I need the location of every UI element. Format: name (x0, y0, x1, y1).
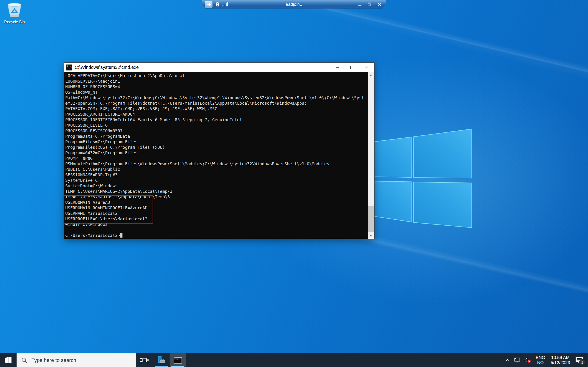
rdp-close-button[interactable] (377, 2, 382, 7)
minimize-icon (358, 2, 362, 6)
console-line: em32\OpenSSH\;C:\Program Files\dotnet\;C… (65, 100, 368, 106)
tray-clock[interactable]: 10:59 AM 5/12/2023 (548, 355, 573, 365)
tray-volume-button[interactable] (522, 353, 533, 367)
console-scrollbar[interactable] (368, 72, 374, 239)
console-line: ProgramW6432=C:\Program Files (65, 150, 368, 156)
tray-language-indicator[interactable]: ENG NO (533, 355, 548, 365)
chevron-up-icon (506, 359, 510, 361)
cmd-window-title: C:\Windows\system32\cmd.exe (75, 65, 139, 70)
console-cursor (120, 233, 122, 238)
console-line: PROCESSOR_IDENTIFIER=Intel64 Family 6 Mo… (65, 117, 368, 123)
task-view-button[interactable] (136, 353, 153, 367)
command-prompt-icon: C:\ (173, 357, 182, 364)
start-button[interactable] (0, 353, 17, 367)
windows-start-icon (5, 357, 12, 364)
notification-badge: 1 (579, 359, 585, 365)
console-line: PROMPT=$P$G (65, 156, 368, 161)
console-line: Path=C:\Windows\system32;C:\Windows;C:\W… (65, 95, 368, 100)
rdp-minimize-button[interactable] (357, 2, 363, 7)
cmd-close-button[interactable] (360, 63, 374, 72)
console-line (65, 227, 368, 233)
network-icon (514, 357, 521, 363)
console-line: PATHEXT=.COM;.EXE;.BAT;.CMD;.VBS;.VBE;.J… (65, 106, 368, 112)
clock-date: 5/12/2023 (551, 360, 570, 365)
console-line: PROCESSOR_REVISION=5507 (65, 128, 368, 133)
minimize-icon (336, 65, 340, 70)
scrollbar-thumb[interactable] (368, 206, 374, 232)
console-line: ProgramData=C:\ProgramData (65, 133, 368, 139)
recycle-bin-icon (6, 3, 23, 18)
console-line: TEMP=C:\Users\MARIUS~2\AppData\Local\Tem… (65, 189, 368, 194)
taskbar-search-input[interactable]: Type here to search (17, 353, 136, 367)
language-line1: ENG (536, 355, 545, 360)
recycle-bin-shortcut[interactable]: Recycle Bin (2, 3, 27, 24)
taskbar-cmd-button[interactable]: C:\ (170, 353, 186, 367)
rdp-restore-button[interactable] (367, 2, 372, 7)
console-line: PROCESSOR_LEVEL=6 (65, 123, 368, 128)
console-prompt-line[interactable]: C:\Users\MariusLocal2> (65, 233, 368, 238)
cmd-app-icon: C:\_ (66, 65, 72, 70)
tray-network-button[interactable] (512, 353, 522, 367)
console-line: LOGONSERVER=\\aadjoin1 (65, 78, 368, 84)
task-view-icon (140, 356, 149, 364)
clock-time: 10:59 AM (551, 355, 570, 360)
cmd-maximize-button[interactable] (345, 63, 360, 72)
console-line: PSModulePath=C:\Program Files\WindowsPow… (65, 161, 368, 167)
console-line: LOCALAPPDATA=C:\Users\MariusLocal2\AppDa… (65, 73, 368, 78)
svg-text:C:\: C:\ (175, 359, 178, 360)
chevron-up-icon (370, 74, 373, 76)
console-line: ProgramFiles(x86)=C:\Program Files (x86) (65, 145, 368, 150)
rdp-connection-bar[interactable]: aadjoin1 (202, 0, 386, 8)
close-icon (378, 2, 381, 6)
server-manager-icon (157, 356, 166, 365)
show-desktop-button[interactable] (586, 353, 588, 367)
scrollbar-up-arrow[interactable] (368, 72, 374, 78)
chevron-down-icon (370, 234, 373, 237)
maximize-icon (350, 65, 354, 70)
close-icon (365, 65, 369, 70)
taskbar[interactable]: Type here to search (0, 353, 588, 367)
restore-icon (368, 2, 372, 6)
console-line: NUMBER_OF_PROCESSORS=4 (65, 84, 368, 90)
volume-muted-icon (524, 357, 531, 363)
console-line: PROCESSOR_ARCHITECTURE=AMD64 (65, 112, 368, 117)
search-icon (21, 357, 27, 363)
language-line2: NO (536, 360, 545, 365)
cmd-titlebar[interactable]: C:\_ C:\Windows\system32\cmd.exe (64, 63, 374, 72)
console-line: OS=Windows_NT (65, 90, 368, 95)
action-center-button[interactable]: 1 (573, 353, 586, 367)
console-line: ProgramFiles=C:\Program Files (65, 139, 368, 145)
cmd-minimize-button[interactable] (330, 63, 345, 72)
annotation-highlight-box (63, 195, 153, 224)
scrollbar-down-arrow[interactable] (368, 232, 374, 239)
console-line: SESSIONNAME=RDP-Tcp#3 (65, 172, 368, 178)
taskbar-server-manager-button[interactable] (153, 353, 170, 367)
console-line: PUBLIC=C:\Users\Public (65, 167, 368, 172)
tray-chevron-button[interactable] (503, 353, 512, 367)
search-placeholder: Type here to search (32, 357, 76, 363)
console-line: SystemDrive=C: (65, 178, 368, 183)
console-line: SystemRoot=C:\Windows (65, 183, 368, 189)
recycle-bin-label: Recycle Bin (2, 20, 27, 24)
